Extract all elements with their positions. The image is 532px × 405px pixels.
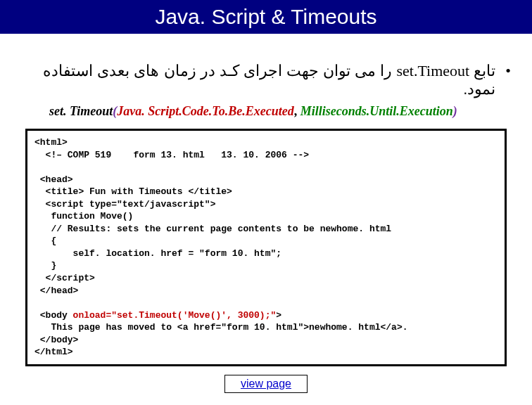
code-line: function Move() bbox=[34, 211, 133, 221]
code-line: ipt> bbox=[73, 273, 95, 283]
title-bar: Java. Script & Timeouts bbox=[0, 0, 532, 34]
code-line: <body bbox=[34, 310, 73, 321]
sig-arg1: Java. Script.Code.To.Be.Executed bbox=[117, 104, 293, 118]
code-line: This page has moved to <a href="form 10.… bbox=[34, 322, 408, 333]
code-line: <title> Fun with Timeouts </title> bbox=[34, 186, 232, 197]
bullet-dot: • bbox=[505, 62, 511, 80]
code-line: } bbox=[34, 260, 56, 271]
link-row: view page bbox=[0, 375, 532, 393]
code-box: <html> <!– COMP 519 form 13. html 13. 10… bbox=[25, 129, 507, 366]
sig-arg2: Milliseconds.Until.Execution bbox=[300, 104, 453, 118]
function-signature: set. Timeout(Java. Script.Code.To.Be.Exe… bbox=[49, 104, 483, 119]
sig-close: ) bbox=[453, 104, 457, 118]
code-line: > bbox=[276, 310, 281, 321]
bullet-row: • تابع set.Timeout را می توان جهت اجرای … bbox=[21, 62, 511, 98]
code-line: <head> bbox=[34, 174, 73, 185]
sig-name: set. Timeout bbox=[49, 104, 113, 118]
code-line: </head> bbox=[34, 285, 78, 296]
view-page-box: view page bbox=[224, 375, 308, 393]
code-line: // Results: sets the current page conten… bbox=[34, 224, 391, 234]
code-line: <script type="text/javascript"> bbox=[34, 199, 215, 210]
code-line: </body> bbox=[34, 335, 78, 345]
code-line: self. location. href = "form 10. htm"; bbox=[34, 248, 281, 259]
code-line: </scr bbox=[34, 273, 73, 283]
code-line: </html> bbox=[34, 347, 73, 357]
code-line: { bbox=[34, 236, 56, 246]
sig-comma: , bbox=[294, 104, 300, 118]
view-page-link[interactable]: view page bbox=[241, 378, 291, 390]
code-onload: onload="set.Timeout('Move()', 3000);" bbox=[73, 310, 277, 321]
bullet-section: • تابع set.Timeout را می توان جهت اجرای … bbox=[21, 62, 511, 98]
bullet-func: set.Timeout bbox=[396, 62, 469, 79]
bullet-pre: تابع bbox=[469, 62, 495, 79]
code-line: <html> bbox=[34, 137, 68, 148]
page-title: Java. Script & Timeouts bbox=[155, 5, 376, 29]
bullet-text: تابع set.Timeout را می توان جهت اجرای کـ… bbox=[21, 62, 495, 98]
code-line: <!– COMP 519 form 13. html 13. 10. 2006 … bbox=[34, 150, 309, 160]
